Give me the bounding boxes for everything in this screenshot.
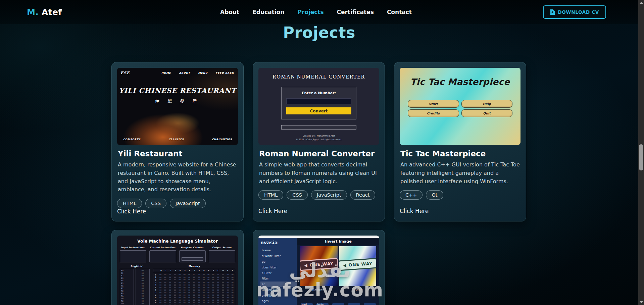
invert-before-panel: ◀ ONE WAY	[300, 246, 338, 286]
download-cv-label: DOWNLOAD CV	[558, 9, 599, 15]
register-value: 00	[137, 277, 148, 280]
vole-section: Current Instruction	[149, 246, 176, 262]
navbar: M. Atef AboutEducationProjectsCertificat…	[0, 0, 638, 24]
register-value: 00	[137, 295, 148, 298]
tictac-preview-title: Tic Tac Masterpiece	[400, 77, 521, 87]
logo-rest: Atef	[39, 7, 62, 17]
vertical-scrollbar[interactable]	[638, 0, 644, 305]
vole-preview-image: Vole Machine Language Simulator Input In…	[117, 236, 238, 305]
tech-tag: Qt	[426, 190, 443, 200]
card-description: A simple web app that converts decimal n…	[259, 161, 379, 186]
project-link[interactable]: Click Here	[117, 208, 146, 215]
nav-link[interactable]: Contact	[387, 9, 412, 15]
memory-row: A00000000000000000000000000000000	[153, 299, 235, 302]
register-value: 00	[137, 269, 148, 272]
site-logo[interactable]: M. Atef	[27, 7, 62, 17]
register-names: R0R1R2R3R4R5R6R7R8R9RARBRCRDRERF	[120, 269, 134, 305]
left-arrow-icon: ◀	[343, 263, 347, 268]
memory-row: 400000000000000000000000000000000	[153, 284, 235, 286]
scrollbar-down-arrow[interactable]	[638, 299, 644, 305]
roman-preview-image: ROMAN NUMERAL CONVERTER Enter a Number: …	[258, 68, 379, 145]
projects-grid: ESE HOMEABOUTMENUFEED BACK YILI CHINESE …	[111, 62, 527, 305]
vole-section-label: Program Counter	[179, 246, 206, 249]
vole-section: Program Counter	[179, 246, 206, 262]
scrollbar-up-arrow[interactable]	[638, 0, 644, 6]
vole-section-box	[209, 250, 235, 262]
register-name: R6	[121, 285, 133, 288]
register-value: 00	[137, 290, 148, 293]
invert-sidebar-item: dges Filter	[260, 264, 297, 270]
vole-section-box	[120, 250, 146, 262]
invert-sidebar-item: er	[260, 282, 297, 287]
memory-col-headers: 0123456789ABCDEF	[153, 269, 235, 272]
invert-sidebar-item: ge	[260, 259, 297, 265]
tech-tag: HTML	[258, 190, 283, 200]
register-value: 00	[137, 272, 148, 275]
invert-sidebar: nvasia Framed White Filtergedges Filtere…	[258, 238, 297, 305]
tag-list: C++Qt	[400, 190, 521, 200]
memory-row: 800000000000000000000000000000000	[153, 294, 235, 297]
register-name: RD	[121, 303, 133, 305]
register-name: R0	[121, 269, 133, 272]
tictac-menu-button: Start	[408, 100, 459, 108]
yili-preview-footer: COMFORTSCLASSICSCURIOSITIES	[123, 138, 232, 141]
memory-row: B00000000000000000000000000000000	[153, 302, 235, 304]
memory-row: 500000000000000000000000000000000	[153, 286, 235, 289]
page-title: Projects	[0, 23, 638, 42]
register-value: 00	[137, 285, 148, 288]
memory-table: 0123456789ABCDEF 00000000000000000000000…	[153, 269, 235, 305]
one-way-sign-inverted: ◀ ONE WAY	[339, 258, 377, 271]
nav-link[interactable]: Projects	[297, 9, 324, 15]
project-card-vole-machine-simulator: Vole Machine Language Simulator Input In…	[111, 230, 244, 305]
tictac-menu-button: Quit	[461, 109, 513, 117]
after-label: After:	[338, 288, 379, 292]
register-name: R5	[121, 282, 133, 285]
memory-grid-body: 0000000000000000000000000000000001000000…	[153, 273, 235, 305]
memory-label: Memory	[153, 265, 235, 268]
nav-link[interactable]: About	[220, 9, 239, 15]
nav-link[interactable]: Certificates	[337, 9, 374, 15]
tech-tag: React	[350, 190, 376, 200]
tictac-menu-button: Help	[461, 100, 513, 108]
project-link[interactable]: Click Here	[400, 208, 429, 214]
invert-after-panel: ◀ ONE WAY	[339, 246, 377, 286]
register-name: R2	[121, 274, 133, 277]
roman-preview-title: ROMAN NUMERAL CONVERTER	[273, 74, 365, 80]
project-card-yili-restaurant: ESE HOMEABOUTMENUFEED BACK YILI CHINESE …	[111, 62, 244, 221]
tech-tag: CSS	[287, 190, 308, 200]
left-arrow-icon: ◀	[304, 263, 308, 268]
card-title: Yili Restaurant	[118, 149, 237, 158]
register-value: 00	[137, 303, 148, 305]
invert-toolbar-button: Undo	[332, 303, 344, 305]
register-value: 00	[137, 287, 148, 290]
register-name: RB	[121, 298, 133, 300]
yili-preview-image: ESE HOMEABOUTMENUFEED BACK YILI CHINESE …	[117, 68, 238, 145]
invert-sidebar-items: Framed White Filtergedges Filtere Filter…	[260, 248, 297, 305]
vole-section: Output Screen	[209, 246, 235, 262]
register-value: 00	[137, 292, 148, 295]
tech-tag: JavaScript	[311, 190, 347, 200]
yili-mini-nav-item: ABOUT	[179, 71, 190, 74]
download-cv-button[interactable]: DOWNLOAD CV	[543, 5, 606, 19]
roman-convert-button: Convert	[286, 107, 351, 114]
vole-section-box	[179, 250, 206, 262]
card-description: An advanced C++ GUI version of Tic Tac T…	[400, 161, 520, 186]
logo-accent: M.	[27, 7, 39, 17]
invert-sidebar-item: e Filter	[260, 270, 297, 276]
one-way-sign: ◀ ONE WAY	[300, 258, 338, 271]
scrollbar-thumb[interactable]	[639, 144, 643, 170]
project-link[interactable]: Click Here	[258, 208, 287, 214]
one-way-sign-text: ONE WAY	[348, 261, 373, 268]
vole-section-label: Output Screen	[209, 246, 235, 249]
tag-list: HTMLCSSJavaScript	[117, 199, 238, 208]
register-name: R7	[121, 287, 133, 290]
yili-logo-fragment: ESE	[120, 71, 130, 75]
invert-window-top	[258, 236, 379, 238]
roman-input-label: Enter a Number:	[286, 91, 351, 95]
yili-mini-nav: HOMEABOUTMENUFEED BACK	[161, 71, 234, 74]
invert-toolbar-button: Clear	[348, 303, 360, 305]
tech-tag: HTML	[117, 199, 142, 208]
register-name: R8	[121, 290, 133, 293]
yili-footer-item: COMFORTS	[123, 138, 141, 141]
nav-link[interactable]: Education	[252, 9, 284, 15]
